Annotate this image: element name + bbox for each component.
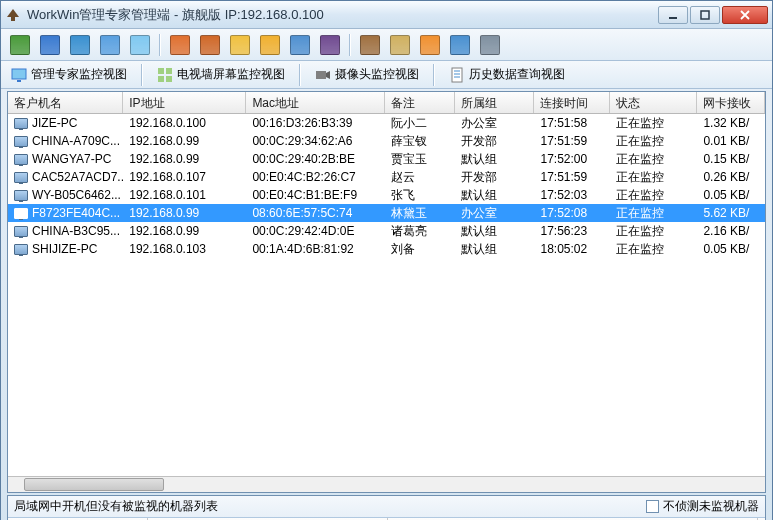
cell-name: WY-B05C6462... (8, 187, 123, 203)
cell-note: 赵云 (385, 168, 455, 187)
tab-history-query[interactable]: 历史数据查询视图 (445, 64, 569, 85)
separator (159, 34, 161, 56)
window-icon (100, 35, 120, 55)
chat-button[interactable] (257, 32, 283, 58)
separator (349, 34, 351, 56)
table-row[interactable]: WY-B05C6462...192.168.0.10100:E0:4C:B1:B… (8, 186, 765, 204)
folder-icon (230, 35, 250, 55)
tab-tvwall-monitor[interactable]: 电视墙屏幕监控视图 (153, 64, 289, 85)
window-button[interactable] (97, 32, 123, 58)
cell-time: 17:52:00 (534, 151, 610, 167)
pc-icon (14, 190, 28, 201)
col-net[interactable]: 网卡接收 (697, 92, 765, 113)
col-time[interactable]: 连接时间 (534, 92, 610, 113)
table-row[interactable]: SHIJIZE-PC192.168.0.10300:1A:4D:6B:81:92… (8, 240, 765, 258)
cell-time: 17:52:08 (534, 205, 610, 221)
maximize-button[interactable] (690, 6, 720, 24)
cell-note: 贾宝玉 (385, 150, 455, 169)
screen-button[interactable] (37, 32, 63, 58)
film-button[interactable] (317, 32, 343, 58)
user-blue-button[interactable] (447, 32, 473, 58)
panel-title: 局域网中开机但没有被监视的机器列表 (14, 498, 646, 515)
tab-label: 摄像头监控视图 (335, 66, 419, 83)
horizontal-scrollbar[interactable] (8, 476, 765, 492)
cell-status: 正在监控 (610, 114, 697, 133)
pc-icon (14, 154, 28, 165)
disc-button[interactable] (387, 32, 413, 58)
cell-name: WANGYA7-PC (8, 151, 123, 167)
tab-expert-monitor[interactable]: 管理专家监控视图 (7, 64, 131, 85)
cell-group: 默认组 (455, 222, 534, 241)
chat-icon (260, 35, 280, 55)
table-row[interactable]: CHINA-B3C95...192.168.0.9900:0C:29:42:4D… (8, 222, 765, 240)
cell-status: 正在监控 (610, 150, 697, 169)
display-button[interactable] (67, 32, 93, 58)
col-name[interactable]: 客户机名 (8, 92, 123, 113)
cell-status: 正在监控 (610, 204, 697, 223)
cell-ip: 192.168.0.100 (123, 115, 246, 131)
cell-status: 正在监控 (610, 132, 697, 151)
pc-icon (14, 136, 28, 147)
table-row[interactable]: CAC52A7ACD7...192.168.0.10700:E0:4C:B2:2… (8, 168, 765, 186)
cell-time: 18:05:02 (534, 241, 610, 257)
refresh-button[interactable] (167, 32, 193, 58)
user-orange-button[interactable] (417, 32, 443, 58)
cell-time: 17:51:59 (534, 169, 610, 185)
cell-mac: 00:1A:4D:6B:81:92 (246, 241, 385, 257)
cell-group: 办公室 (455, 114, 534, 133)
cell-mac: 00:16:D3:26:B3:39 (246, 115, 385, 131)
cell-net: 0.05 KB/ (697, 241, 765, 257)
cell-note: 刘备 (385, 240, 455, 259)
table-row[interactable]: JIZE-PC192.168.0.10000:16:D3:26:B3:39阮小二… (8, 114, 765, 132)
monitor-button[interactable] (7, 32, 33, 58)
svg-rect-7 (166, 76, 172, 82)
cell-mac: 00:0C:29:34:62:A6 (246, 133, 385, 149)
table-row[interactable]: CHINA-A709C...192.168.0.9900:0C:29:34:62… (8, 132, 765, 150)
minimize-button[interactable] (658, 6, 688, 24)
scrollbar-thumb[interactable] (24, 478, 164, 491)
cell-time: 17:52:03 (534, 187, 610, 203)
cell-status: 正在监控 (610, 222, 697, 241)
main-toolbar (1, 29, 772, 61)
client-table: 客户机名 IP地址 Mac地址 备注 所属组 连接时间 状态 网卡接收 JIZE… (7, 91, 766, 493)
cell-note: 张飞 (385, 186, 455, 205)
checkbox-icon (646, 500, 659, 513)
cell-net: 2.16 KB/ (697, 223, 765, 239)
cell-time: 17:51:59 (534, 133, 610, 149)
cell-group: 默认组 (455, 150, 534, 169)
globe-button[interactable] (127, 32, 153, 58)
folder-button[interactable] (227, 32, 253, 58)
cell-name: JIZE-PC (8, 115, 123, 131)
gear-button[interactable] (357, 32, 383, 58)
no-detect-checkbox[interactable]: 不侦测未监视机器 (646, 498, 759, 515)
cell-ip: 192.168.0.107 (123, 169, 246, 185)
cell-status: 正在监控 (610, 186, 697, 205)
unmonitored-panel: 局域网中开机但没有被监视的机器列表 不侦测未监视机器 IP地址 Mac地址 备注 (7, 495, 766, 520)
col-mac[interactable]: Mac地址 (246, 92, 385, 113)
display-icon (70, 35, 90, 55)
sync-button[interactable] (197, 32, 223, 58)
table-row[interactable]: WANGYA7-PC192.168.0.9900:0C:29:40:2B:BE贾… (8, 150, 765, 168)
svg-rect-6 (158, 76, 164, 82)
table-row[interactable]: F8723FE404C...192.168.0.9908:60:6E:57:5C… (8, 204, 765, 222)
cell-mac: 08:60:6E:57:5C:74 (246, 205, 385, 221)
tab-label: 电视墙屏幕监控视图 (177, 66, 285, 83)
titlebar[interactable]: WorkWin管理专家管理端 - 旗舰版 IP:192.168.0.100 (1, 1, 772, 29)
cell-ip: 192.168.0.99 (123, 133, 246, 149)
shield-button[interactable] (287, 32, 313, 58)
col-ip[interactable]: IP地址 (123, 92, 246, 113)
col-note[interactable]: 备注 (385, 92, 455, 113)
tab-camera-monitor[interactable]: 摄像头监控视图 (311, 64, 423, 85)
monitor-icon (10, 35, 30, 55)
disc-icon (390, 35, 410, 55)
globe-icon (130, 35, 150, 55)
col-status[interactable]: 状态 (610, 92, 697, 113)
close-button[interactable] (722, 6, 768, 24)
app-window: WorkWin管理专家管理端 - 旗舰版 IP:192.168.0.100 管理… (0, 0, 773, 520)
col-group[interactable]: 所属组 (455, 92, 534, 113)
svg-rect-4 (158, 68, 164, 74)
wrench-button[interactable] (477, 32, 503, 58)
svg-rect-1 (701, 11, 709, 19)
table-header: 客户机名 IP地址 Mac地址 备注 所属组 连接时间 状态 网卡接收 (8, 92, 765, 114)
svg-rect-2 (12, 69, 26, 79)
